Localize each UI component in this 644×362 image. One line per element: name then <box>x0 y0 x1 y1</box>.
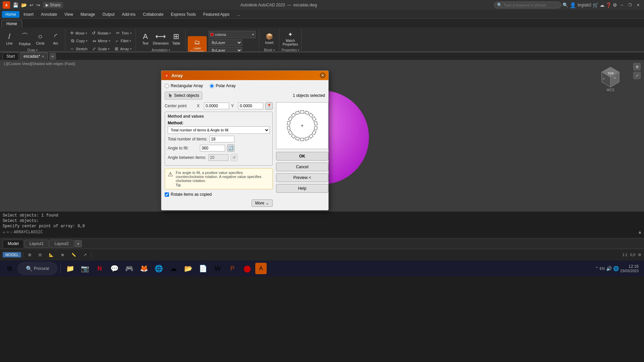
search-go-btn[interactable]: 🔍 <box>562 2 568 8</box>
minimize-btn[interactable]: ─ <box>619 2 625 8</box>
dialog-close-btn[interactable]: ✕ <box>320 72 326 78</box>
layer-dropdown[interactable]: coluna <box>209 31 256 38</box>
pick-point-btn[interactable]: 📍 <box>265 102 273 110</box>
quick-access-open[interactable]: 📂 <box>21 2 27 8</box>
taskbar-whatsapp[interactable]: 💬 <box>108 262 121 275</box>
rotate-checkbox[interactable] <box>165 192 169 197</box>
systray-up[interactable]: ⌃ <box>595 266 598 271</box>
menu-home[interactable]: Home <box>2 11 19 18</box>
taskbar-ppt[interactable]: P <box>226 262 239 275</box>
menu-addins[interactable]: Add-ins <box>118 11 139 18</box>
share-btn[interactable]: ▶ Share <box>43 2 63 8</box>
snap-btn[interactable]: ⊟ <box>36 252 44 258</box>
osnap-btn[interactable]: 📏 <box>69 252 79 258</box>
taskbar-onedrive[interactable]: ☁ <box>167 262 180 275</box>
insert-btn[interactable]: 📦 Insert <box>262 29 277 48</box>
scale-btn[interactable]: ⤢Scale <box>90 45 112 52</box>
taskbar-word[interactable]: W <box>211 262 224 275</box>
properties-group-label[interactable]: Properties ▾ <box>281 48 299 52</box>
array-btn[interactable]: ⊞Array <box>112 45 133 52</box>
linetype-select[interactable]: ByLayer <box>209 47 242 52</box>
taskbar-cam[interactable]: 📷 <box>78 262 92 275</box>
cancel-btn[interactable]: Cancel <box>276 163 328 171</box>
polar-btn[interactable]: ⊕ <box>58 252 67 258</box>
table-btn[interactable]: ⊞ Table <box>169 29 183 48</box>
angle-fill-pick-btn[interactable]: 🔄 <box>227 144 234 152</box>
copy-btn[interactable]: ⧉Copy <box>68 37 89 45</box>
block-group-label[interactable]: Block ▾ <box>264 48 274 52</box>
draw-group-label[interactable]: Draw ▾ <box>28 48 38 52</box>
rectangular-radio[interactable] <box>165 84 169 88</box>
help-btn[interactable]: Help <box>276 184 328 193</box>
ortho-btn[interactable]: 📐 <box>46 252 56 258</box>
tab-layout2[interactable]: Layout2 <box>49 240 74 248</box>
stretch-btn[interactable]: ↔Stretch <box>68 45 89 52</box>
taskbar-discord[interactable]: 🎮 <box>122 262 136 275</box>
taskbar-acad[interactable]: A <box>255 263 267 274</box>
menu-manage[interactable]: Manage <box>77 11 98 18</box>
color-select[interactable]: ByLayer <box>209 39 242 46</box>
doc-tab-add[interactable]: + <box>49 53 56 60</box>
arc-btn[interactable]: ◜ Arc <box>48 29 63 48</box>
layer-properties-btn[interactable]: 🗂 LayerProperties <box>188 36 207 52</box>
help-icon[interactable]: ❓ <box>606 2 611 8</box>
menu-featuredapps[interactable]: Featured Apps <box>200 11 233 18</box>
total-items-input[interactable] <box>209 136 234 142</box>
taskbar-docs[interactable]: 📄 <box>196 262 210 275</box>
menu-collaborate[interactable]: Collaborate <box>140 11 167 18</box>
status-settings-icon[interactable]: ⚙ <box>638 253 641 257</box>
restore-btn[interactable]: ❐ <box>627 2 633 8</box>
method-select[interactable]: Total number of items & Angle to fill To… <box>168 126 270 134</box>
menu-view[interactable]: View <box>61 11 76 18</box>
search-box[interactable]: 🔍 <box>494 2 561 8</box>
move-btn[interactable]: ✛Move <box>67 29 89 37</box>
match-properties-btn[interactable]: ✦ MatchProperties <box>283 29 298 48</box>
start-btn[interactable]: ⊞ <box>3 262 16 275</box>
speaker-icon[interactable]: 🔊 <box>606 266 612 271</box>
taskbar-edge[interactable]: 🌐 <box>152 262 165 275</box>
menu-insert[interactable]: Insert <box>20 11 37 18</box>
doc-tab-close[interactable]: ✕ <box>42 55 44 58</box>
ok-btn[interactable]: OK <box>276 152 328 161</box>
annotation-group-label[interactable]: Annotation ▾ <box>152 48 170 52</box>
tab-layout1[interactable]: Layout1 <box>24 240 49 248</box>
otrack-btn[interactable]: ↗ <box>81 252 89 258</box>
taskbar-red[interactable]: ⬤ <box>240 262 254 275</box>
angle-between-pick-btn[interactable]: ↺ <box>230 154 238 161</box>
doc-tab-escadas[interactable]: escadas* ✕ <box>20 53 48 60</box>
polar-option[interactable]: Polar Array <box>210 83 235 88</box>
fillet-btn[interactable]: ⌐Fillet <box>113 38 133 45</box>
menu-annotate[interactable]: Annotate <box>38 11 60 18</box>
quick-access-undo[interactable]: ↩ <box>30 2 34 8</box>
angle-fill-input[interactable] <box>200 145 225 152</box>
model-status-btn[interactable]: MODEL <box>3 252 21 257</box>
grid-btn[interactable]: ⊞ <box>25 252 34 258</box>
polyline-btn[interactable]: ⌒ Polyline <box>17 29 32 48</box>
close-btn[interactable]: ✕ <box>635 2 641 8</box>
doc-tab-start[interactable]: Start <box>3 53 18 60</box>
vp-maximize-btn[interactable]: ⤢ <box>633 72 641 79</box>
ribbon-tab-home[interactable]: Home <box>1 20 22 27</box>
close-icon[interactable]: ✕ <box>3 230 5 235</box>
taskbar-files[interactable]: 📁 <box>63 262 77 275</box>
menu-output[interactable]: Output <box>99 11 118 18</box>
cmdline-input[interactable] <box>44 230 637 235</box>
y-input[interactable] <box>238 103 263 109</box>
online-icon[interactable]: ☁ <box>600 2 604 8</box>
menu-expresstools[interactable]: Express Tools <box>167 11 199 18</box>
more-btn[interactable]: More ⌄ <box>252 199 273 207</box>
text-btn[interactable]: A Text <box>138 29 153 48</box>
network-icon[interactable]: 🌐 <box>613 266 619 271</box>
quick-access-redo[interactable]: ↪ <box>36 2 40 8</box>
store-icon[interactable]: 🛒 <box>593 2 598 8</box>
polar-radio[interactable] <box>210 84 214 88</box>
mirror-btn[interactable]: ⇔Mirror <box>90 38 112 45</box>
settings-icon[interactable]: ⚙ <box>613 2 617 8</box>
vp-restore-btn[interactable]: ⊞ <box>633 63 641 70</box>
trim-btn[interactable]: ✂Trim <box>113 29 133 37</box>
angle-between-input[interactable] <box>208 154 228 161</box>
preview-btn[interactable]: Preview < <box>276 173 328 182</box>
x-input[interactable] <box>204 103 229 109</box>
cmdline-expand[interactable]: ▲ <box>639 230 641 235</box>
dimension-btn[interactable]: ⟷ Dimension <box>153 29 168 48</box>
